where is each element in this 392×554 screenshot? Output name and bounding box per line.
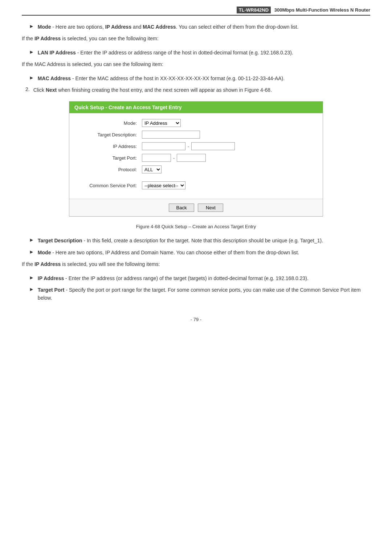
- target-port-row: Target Port: -: [77, 154, 315, 162]
- bullet-arrow-icon: ►: [29, 237, 34, 243]
- lan-ip-label: LAN IP Address: [38, 50, 76, 56]
- mode-row: Mode: IP Address MAC Address: [77, 119, 315, 127]
- mode-control: IP Address MAC Address: [142, 119, 181, 127]
- target-port-input-start[interactable]: [142, 154, 171, 162]
- product-info: TL-WR842ND 300Mbps Multi-Function Wirele…: [237, 7, 370, 13]
- ip-address-bold: IP Address: [38, 275, 64, 281]
- mode-select[interactable]: IP Address MAC Address: [142, 119, 181, 127]
- protocol-label: Protocol:: [77, 167, 142, 172]
- target-desc-row: Target Description:: [77, 131, 315, 139]
- target-desc-bold: Target Description: [38, 238, 82, 243]
- lan-ip-text: LAN IP Address - Enter the IP address or…: [38, 49, 370, 57]
- mode-bullet-2: ► Mode - Here are two options, IP Addres…: [29, 249, 370, 257]
- target-port-bullet-text: Target Port - Specify the port or port r…: [38, 286, 370, 302]
- target-port-input-end[interactable]: [177, 154, 206, 162]
- ip-address-label: IP Address:: [77, 144, 142, 149]
- item-number: 2.: [25, 86, 30, 92]
- numbered-item-2: 2. Click Next when finishing creating th…: [25, 86, 370, 94]
- mode-bullet-text: Mode - Here are two options, IP Address …: [38, 23, 370, 31]
- mode-bullet: ► Mode - Here are two options, IP Addres…: [29, 23, 370, 31]
- ip-address-bullet-text: IP Address - Enter the IP address (or ad…: [38, 274, 370, 282]
- bullet-arrow-icon: ►: [29, 75, 34, 81]
- panel-header: Quick Setup - Create an Access Target En…: [69, 102, 323, 113]
- common-service-control: --please select--: [142, 181, 185, 189]
- mode-bullet-2-text: Mode - Here are two options, IP Address …: [38, 249, 370, 257]
- mode-label-2: Mode: [38, 250, 51, 255]
- ip-bold: IP Address: [34, 36, 61, 41]
- mac-address-bullet: ► MAC Address - Enter the MAC address of…: [29, 74, 370, 82]
- mac-label: MAC Address: [38, 75, 71, 81]
- common-service-select[interactable]: --please select--: [142, 181, 185, 189]
- mode-label: Mode: [38, 24, 51, 30]
- ip-address-row: IP Address: -: [77, 142, 315, 150]
- ip-address-control: -: [142, 142, 235, 150]
- ip-bold-2: IP Address: [34, 261, 61, 267]
- mac-address-text: MAC Address - Enter the MAC address of t…: [38, 74, 370, 82]
- ip-address-bullet: ► IP Address - Enter the IP address (or …: [29, 274, 370, 282]
- bullet-arrow-icon: ►: [29, 249, 34, 255]
- next-bold: Next: [46, 87, 57, 93]
- bullet-arrow-icon: ►: [29, 49, 34, 55]
- bullet-arrow-icon: ►: [29, 275, 34, 280]
- target-desc-input[interactable]: [142, 131, 200, 139]
- target-desc-label: Target Description:: [77, 132, 142, 138]
- panel-footer: Back Next: [69, 199, 323, 216]
- ip-address-input-end[interactable]: [191, 142, 235, 150]
- bullet-arrow-icon: ►: [29, 23, 34, 29]
- target-port-bold: Target Port: [38, 287, 65, 293]
- common-service-label: Common Service Port:: [77, 183, 142, 188]
- mac-address-intro: If the MAC Address is selected, you can …: [22, 60, 370, 68]
- protocol-row: Protocol: ALL TCP UDP: [77, 165, 315, 173]
- ip-separator: -: [188, 144, 189, 149]
- ip-address-input-start[interactable]: [142, 142, 185, 150]
- protocol-control: ALL TCP UDP: [142, 165, 162, 173]
- target-port-bullet: ► Target Port - Specify the port or port…: [29, 286, 370, 302]
- product-description: 300Mbps Multi-Function Wireless N Router: [274, 7, 370, 13]
- page-number: - 79 -: [22, 317, 370, 322]
- ip-address-label: IP Address: [105, 24, 131, 30]
- target-desc-bullet-text: Target Description - In this field, crea…: [38, 237, 370, 245]
- model-number: TL-WR842ND: [237, 7, 271, 13]
- panel-body: Mode: IP Address MAC Address Target Desc…: [69, 113, 323, 199]
- mac-address-label: MAC Address: [143, 24, 176, 30]
- port-separator: -: [173, 155, 175, 161]
- page-header: TL-WR842ND 300Mbps Multi-Function Wirele…: [22, 7, 370, 16]
- ip-selected-intro: If the IP Address is selected, you will …: [22, 260, 370, 268]
- panel-title: Quick Setup - Create an Access Target En…: [74, 104, 182, 110]
- bullet-arrow-icon: ►: [29, 286, 34, 292]
- ip-address-intro: If the IP Address is selected, you can s…: [22, 34, 370, 42]
- mode-field-label: Mode:: [77, 120, 142, 126]
- target-desc-control: [142, 131, 200, 139]
- protocol-select[interactable]: ALL TCP UDP: [142, 165, 162, 173]
- figure-caption: Figure 4-68 Quick Setup – Create an Acce…: [22, 224, 370, 229]
- lan-ip-bullet: ► LAN IP Address - Enter the IP address …: [29, 49, 370, 57]
- target-port-label: Target Port:: [77, 155, 142, 161]
- common-service-row: Common Service Port: --please select--: [77, 181, 315, 189]
- back-button[interactable]: Back: [169, 204, 195, 212]
- target-port-control: -: [142, 154, 206, 162]
- quick-setup-panel: Quick Setup - Create an Access Target En…: [69, 101, 323, 217]
- next-button[interactable]: Next: [198, 204, 223, 212]
- item-text: Click Next when finishing creating the h…: [33, 86, 370, 94]
- target-desc-bullet: ► Target Description - In this field, cr…: [29, 237, 370, 245]
